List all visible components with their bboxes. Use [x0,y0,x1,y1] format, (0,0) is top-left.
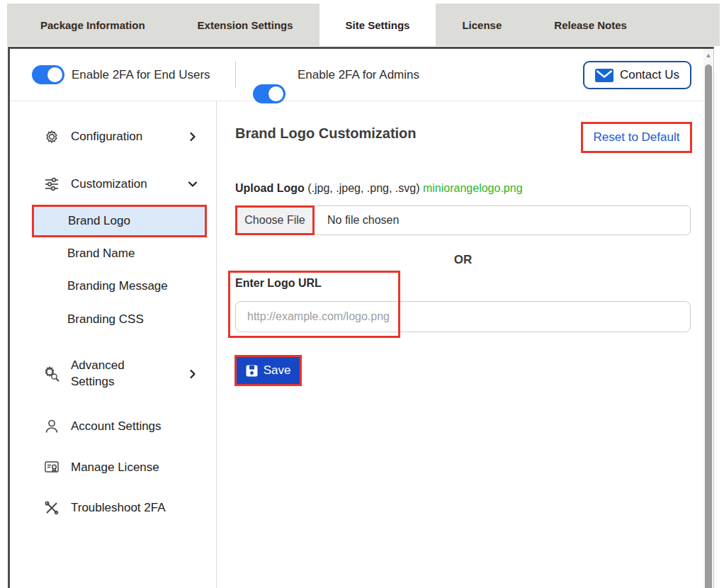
sidebar-item-label: Troubleshoot 2FA [71,501,166,515]
enter-logo-url-label: Enter Logo URL [235,277,322,290]
annotation-box-save: Save [234,355,302,386]
sidebar-item-label: Account Settings [71,419,162,434]
sidebar-item-configuration[interactable]: Configuration [10,121,217,152]
contact-us-label: Contact Us [620,68,679,82]
license-icon [43,458,61,477]
or-separator-text: OR [235,253,691,267]
current-logo-filename: miniorangelogo.png [423,182,523,194]
logo-url-input[interactable] [235,301,691,332]
tab-license[interactable]: License [436,4,528,46]
enable-2fa-admins-toggle[interactable] [253,84,285,103]
settings-panel: Enable 2FA for End Users Enable 2FA for … [8,47,714,588]
sidebar-item-brand-name[interactable]: Brand Name [67,247,135,261]
toggle-knob [268,86,283,101]
header-divider [235,61,236,88]
save-icon [246,365,258,377]
top-tab-bar: Package Information Extension Settings S… [7,4,720,46]
enable-2fa-end-users-label: Enable 2FA for End Users [72,65,210,84]
chevron-down-icon [186,177,200,191]
page-title: Brand Logo Customization [235,125,417,142]
sidebar-item-customization[interactable]: Customization [10,169,217,200]
tab-extension-settings[interactable]: Extension Settings [171,4,319,46]
tools-icon [43,499,61,517]
choose-file-button[interactable]: Choose File [235,205,315,235]
envelope-icon [595,69,613,82]
no-file-chosen-text: No file chosen [327,205,399,235]
reset-to-default-button[interactable]: Reset to Default [581,122,692,153]
toggle-knob [47,67,62,82]
sidebar-nav: Configuration Customization Brand Logo [10,101,217,588]
enable-2fa-end-users-toggle[interactable] [32,65,64,84]
contact-us-button[interactable]: Contact Us [583,61,691,89]
sidebar-item-advanced-settings[interactable]: Advanced Settings [10,353,217,395]
sidebar-item-branding-message[interactable]: Branding Message [67,279,168,293]
person-icon [43,417,61,436]
sidebar-item-label: Manage License [71,460,159,475]
sidebar-item-branding-css[interactable]: Branding CSS [67,312,144,327]
tab-release-notes[interactable]: Release Notes [528,4,653,46]
sidebar-item-label: Advanced Settings [71,358,156,390]
save-label: Save [264,363,291,378]
save-button[interactable]: Save [237,357,300,384]
enable-2fa-admins-label: Enable 2FA for Admins [298,65,419,84]
sidebar-item-troubleshoot-2fa[interactable]: Troubleshoot 2FA [10,492,217,524]
gear-icon [43,128,61,146]
sidebar-item-manage-license[interactable]: Manage License [10,452,217,483]
tab-site-settings[interactable]: Site Settings [319,4,436,46]
vertical-scrollbar[interactable]: ▲ [703,49,713,588]
upload-formats-text: (.jpg, .jpeg, .png, .svg) [307,182,419,194]
chevron-right-icon [186,130,200,144]
upload-logo-label: Upload Logo (.jpg, .jpeg, .png, .svg) mi… [235,182,523,195]
sidebar-item-account-settings[interactable]: Account Settings [10,411,217,442]
sidebar-item-label: Customization [71,177,147,191]
scroll-up-icon[interactable]: ▲ [703,52,713,59]
sidebar-item-label: Configuration [71,130,142,144]
reset-to-default-label: Reset to Default [594,130,680,145]
tab-package-information[interactable]: Package Information [14,4,171,46]
sidebar-item-label: Brand Logo [68,214,130,228]
toggles-header-row: Enable 2FA for End Users Enable 2FA for … [10,49,703,101]
gear-search-icon [43,365,61,383]
chevron-right-icon [186,367,200,381]
sidebar-item-brand-logo[interactable]: Brand Logo [32,205,207,237]
upload-logo-label-bold: Upload Logo [235,182,305,194]
scrollbar-thumb[interactable] [705,64,712,588]
sliders-icon [43,175,61,193]
